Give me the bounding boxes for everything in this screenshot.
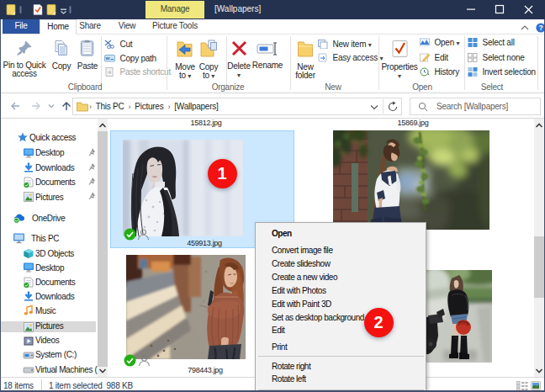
- svg-text:?: ?: [539, 24, 543, 32]
